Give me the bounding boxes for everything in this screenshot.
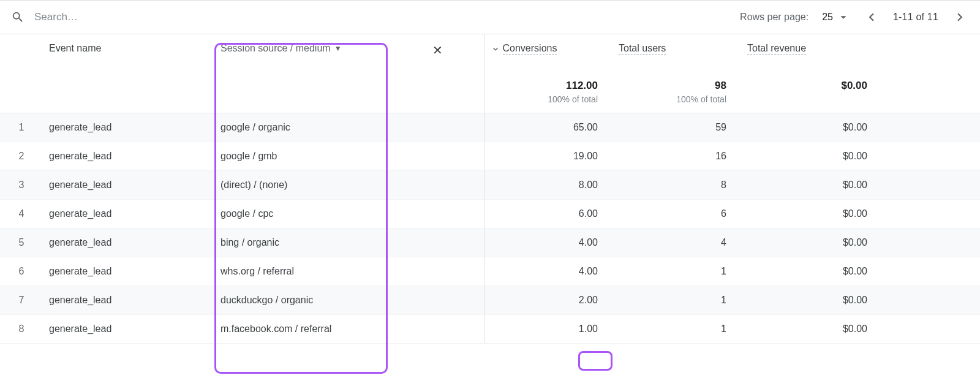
row-index: 1: [0, 113, 43, 142]
cell-event-name: generate_lead: [43, 229, 214, 257]
col-header-event-name[interactable]: Event name: [43, 34, 214, 65]
cell-event-name: generate_lead: [43, 142, 214, 171]
cell-conversions: 2.00: [484, 286, 612, 315]
cell-source-medium: google / cpc: [214, 200, 392, 229]
cell-source-medium: bing / organic: [214, 229, 392, 257]
table-row[interactable]: 8generate_leadm.facebook.com / referral1…: [0, 315, 980, 344]
cell-total-revenue: $0.00: [741, 315, 882, 344]
report-table: Event name Session source / medium ▼ ✕ C…: [0, 34, 980, 344]
cell-conversions: 65.00: [484, 113, 612, 142]
table-row[interactable]: 4generate_leadgoogle / cpc6.006$0.00: [0, 200, 980, 229]
cell-total-users: 4: [612, 229, 741, 257]
col-header-conversions[interactable]: Conversions: [484, 34, 612, 65]
cell-source-medium: whs.org / referral: [214, 257, 392, 286]
cell-total-revenue: $0.00: [741, 171, 882, 200]
cell-total-users: 6: [612, 200, 741, 229]
cell-total-revenue: $0.00: [741, 286, 882, 315]
pagination-range: 1-11 of 11: [893, 12, 938, 23]
table-row[interactable]: 2generate_leadgoogle / gmb19.0016$0.00: [0, 142, 980, 171]
table-row[interactable]: 6generate_leadwhs.org / referral4.001$0.…: [0, 257, 980, 286]
rows-per-page-label: Rows per page:: [740, 12, 809, 23]
cell-total-revenue: $0.00: [741, 200, 882, 229]
cell-total-revenue: $0.00: [741, 113, 882, 142]
cell-event-name: generate_lead: [43, 113, 214, 142]
cell-conversions: 4.00: [484, 257, 612, 286]
cell-event-name: generate_lead: [43, 200, 214, 229]
caret-down-icon: [837, 10, 850, 24]
cell-conversions: 8.00: [484, 171, 612, 200]
search-icon: [11, 10, 24, 24]
table-row[interactable]: 5generate_leadbing / organic4.004$0.00: [0, 229, 980, 257]
cell-source-medium: google / organic: [214, 113, 392, 142]
cell-total-users: 1: [612, 315, 741, 344]
cell-conversions: 4.00: [484, 229, 612, 257]
cell-total-users: 59: [612, 113, 741, 142]
cell-total-users: 8: [612, 171, 741, 200]
row-index: 5: [0, 229, 43, 257]
cell-source-medium: m.facebook.com / referral: [214, 315, 392, 344]
table-row[interactable]: 1generate_leadgoogle / organic65.0059$0.…: [0, 113, 980, 142]
cell-conversions: 19.00: [484, 142, 612, 171]
cell-total-users: 1: [612, 257, 741, 286]
caret-down-icon: ▼: [334, 44, 342, 53]
rows-per-page-value: 25: [822, 12, 833, 23]
table-row[interactable]: 3generate_lead(direct) / (none)8.008$0.0…: [0, 171, 980, 200]
col-header-total-revenue[interactable]: Total revenue: [741, 34, 882, 65]
totals-users: 98 100% of total: [612, 65, 741, 113]
row-index: 3: [0, 171, 43, 200]
row-index: 8: [0, 315, 43, 344]
cell-event-name: generate_lead: [43, 315, 214, 344]
col-header-total-users[interactable]: Total users: [612, 34, 741, 65]
cell-total-revenue: $0.00: [741, 229, 882, 257]
row-index: 6: [0, 257, 43, 286]
cell-total-revenue: $0.00: [741, 257, 882, 286]
prev-page-button[interactable]: [864, 9, 880, 25]
remove-dimension-button[interactable]: ✕: [398, 43, 478, 58]
cell-source-medium: google / gmb: [214, 142, 392, 171]
cell-event-name: generate_lead: [43, 286, 214, 315]
cell-conversions: 1.00: [484, 315, 612, 344]
cell-total-revenue: $0.00: [741, 142, 882, 171]
totals-revenue: $0.00: [741, 65, 882, 113]
arrow-down-icon: [491, 43, 500, 53]
row-index: 7: [0, 286, 43, 315]
row-index: 4: [0, 200, 43, 229]
col-header-source-medium[interactable]: Session source / medium ▼: [214, 34, 392, 65]
table-row[interactable]: 7generate_leadduckduckgo / organic2.001$…: [0, 286, 980, 315]
cell-total-users: 1: [612, 286, 741, 315]
cell-conversions: 6.00: [484, 200, 612, 229]
cell-event-name: generate_lead: [43, 257, 214, 286]
table-toolbar: Rows per page: 25 1-11 of 11: [0, 0, 980, 34]
cell-source-medium: (direct) / (none): [214, 171, 392, 200]
row-index: 2: [0, 142, 43, 171]
cell-source-medium: duckduckgo / organic: [214, 286, 392, 315]
totals-conversions: 112.00 100% of total: [484, 65, 612, 113]
next-page-button[interactable]: [952, 9, 968, 25]
highlight-row8-conversion: [578, 351, 612, 371]
search-input[interactable]: [33, 10, 278, 24]
cell-event-name: generate_lead: [43, 171, 214, 200]
rows-per-page-select[interactable]: 25: [822, 10, 850, 24]
cell-total-users: 16: [612, 142, 741, 171]
